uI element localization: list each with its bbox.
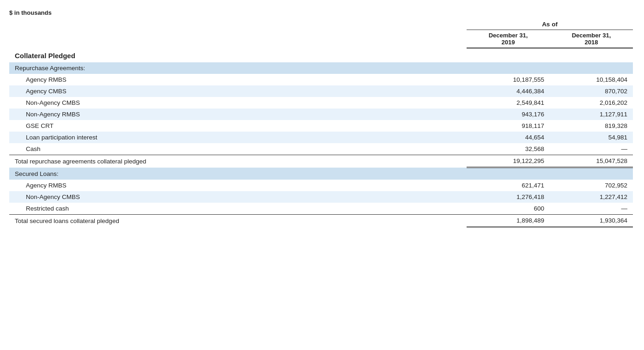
- table-row: Loan participation interest 44,654 54,98…: [9, 132, 633, 143]
- row-val2: 819,328: [550, 120, 633, 132]
- row-val1: 32,568: [467, 143, 550, 155]
- row-label: GSE CRT: [9, 120, 467, 132]
- main-heading-label: Collateral Pledged: [9, 48, 467, 62]
- row-label: Non-Agency RMBS: [9, 109, 467, 120]
- row-label: Cash: [9, 143, 467, 155]
- section-header-label: Secured Loans:: [9, 168, 633, 180]
- table-row: Cash 32,568 —: [9, 143, 633, 155]
- table-row: Restricted cash 600 —: [9, 203, 633, 215]
- row-val2: 702,952: [550, 180, 633, 191]
- row-val1: 600: [467, 203, 550, 215]
- row-val2: 54,981: [550, 132, 633, 143]
- total-label: Total repurchase agreements collateral p…: [9, 155, 467, 168]
- row-val2: 1,127,911: [550, 109, 633, 120]
- row-val2: 2,016,202: [550, 97, 633, 109]
- table-row: Non-Agency CMBS 1,276,418 1,227,412: [9, 191, 633, 203]
- row-label: Non-Agency CMBS: [9, 191, 467, 203]
- row-label: Agency CMBS: [9, 85, 467, 97]
- main-heading-val1: [467, 48, 550, 62]
- row-label: Non-Agency CMBS: [9, 97, 467, 109]
- section-header-label: Repurchase Agreements:: [9, 62, 633, 74]
- row-label: Agency RMBS: [9, 180, 467, 191]
- table-row: Agency RMBS 10,187,555 10,158,404: [9, 74, 633, 85]
- row-val1: 918,117: [467, 120, 550, 132]
- total-row-1: Total secured loans collateral pledged 1…: [9, 215, 633, 227]
- row-val1: 44,654: [467, 132, 550, 143]
- row-val1: 2,549,841: [467, 97, 550, 109]
- total-val2: 1,930,364: [550, 215, 633, 227]
- total-val1: 1,898,489: [467, 215, 550, 227]
- total-val2: 15,047,528: [550, 155, 633, 168]
- row-val2: 1,227,412: [550, 191, 633, 203]
- table-row: Non-Agency RMBS 943,176 1,127,911: [9, 109, 633, 120]
- row-val1: 4,446,384: [467, 85, 550, 97]
- total-row-0: Total repurchase agreements collateral p…: [9, 155, 633, 168]
- row-val1: 10,187,555: [467, 74, 550, 85]
- table-row: Agency CMBS 4,446,384 870,702: [9, 85, 633, 97]
- row-val2: 870,702: [550, 85, 633, 97]
- row-val2: —: [550, 203, 633, 215]
- row-label: Loan participation interest: [9, 132, 467, 143]
- row-val2: —: [550, 143, 633, 155]
- main-heading-val2: [550, 48, 633, 62]
- col1-header: December 31, 2019: [467, 30, 550, 48]
- row-val1: 621,471: [467, 180, 550, 191]
- row-val1: 1,276,418: [467, 191, 550, 203]
- row-label: Restricted cash: [9, 203, 467, 215]
- row-val1: 943,176: [467, 109, 550, 120]
- column-headers-row: December 31, 2019 December 31, 2018: [9, 30, 633, 48]
- row-label: Agency RMBS: [9, 74, 467, 85]
- as-of-header-row: As of: [9, 19, 633, 30]
- table-row: GSE CRT 918,117 819,328: [9, 120, 633, 132]
- row-val2: 10,158,404: [550, 74, 633, 85]
- section-header-1: Secured Loans:: [9, 168, 633, 180]
- table-row: Agency RMBS 621,471 702,952: [9, 180, 633, 191]
- total-val1: 19,122,295: [467, 155, 550, 168]
- total-label: Total secured loans collateral pledged: [9, 215, 467, 227]
- col2-header: December 31, 2018: [550, 30, 633, 48]
- empty-header-cell: [9, 19, 467, 30]
- as-of-label: As of: [467, 19, 633, 30]
- main-heading-row: Collateral Pledged: [9, 48, 633, 62]
- collateral-pledged-table: As of December 31, 2019 December 31, 201…: [9, 19, 633, 228]
- table-row: Non-Agency CMBS 2,549,841 2,016,202: [9, 97, 633, 109]
- label-column-header: [9, 30, 467, 48]
- table-header-note: $ in thousands: [9, 9, 635, 16]
- section-header-0: Repurchase Agreements:: [9, 62, 633, 74]
